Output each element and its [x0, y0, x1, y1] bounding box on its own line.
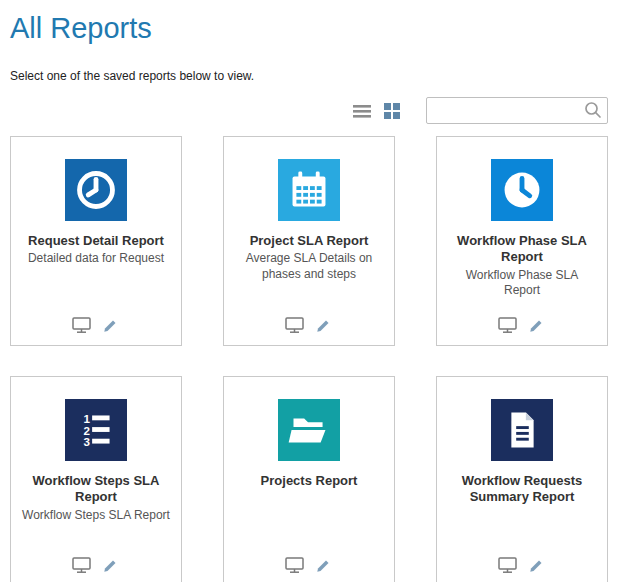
grid-view-icon[interactable]: [382, 101, 402, 121]
folder-icon: [278, 399, 340, 461]
edit-report-icon[interactable]: [314, 557, 333, 574]
edit-report-icon[interactable]: [527, 317, 546, 334]
report-title: Workflow Phase SLA Report: [437, 233, 607, 266]
report-title: Projects Report: [253, 473, 366, 489]
page-title: All Reports: [10, 12, 618, 45]
card-actions: [498, 557, 546, 574]
edit-report-icon[interactable]: [101, 317, 120, 334]
view-report-icon[interactable]: [498, 317, 517, 334]
edit-report-icon[interactable]: [314, 317, 333, 334]
search-input[interactable]: [426, 97, 608, 124]
svg-text:3: 3: [83, 435, 90, 448]
numbered-list-icon: 123: [65, 399, 127, 461]
view-report-icon[interactable]: [285, 317, 304, 334]
edit-report-icon[interactable]: [527, 557, 546, 574]
reports-grid: Request Detail Report Detailed data for …: [10, 136, 618, 582]
report-card-projects[interactable]: Projects Report: [223, 376, 395, 582]
search-box: [426, 97, 608, 124]
card-actions: [72, 317, 120, 334]
report-subtitle: Average SLA Details on phases and steps: [224, 251, 394, 282]
card-actions: [498, 317, 546, 334]
card-actions: [285, 557, 333, 574]
report-card-request-detail[interactable]: Request Detail Report Detailed data for …: [10, 136, 182, 346]
report-title: Request Detail Report: [20, 233, 172, 249]
calendar-icon: [278, 159, 340, 221]
report-card-project-sla[interactable]: Project SLA Report Average SLA Details o…: [223, 136, 395, 346]
toolbar: [10, 97, 608, 124]
report-title: Project SLA Report: [242, 233, 377, 249]
report-title: Workflow Steps SLA Report: [11, 473, 181, 506]
search-icon[interactable]: [583, 100, 603, 120]
report-subtitle: Detailed data for Request: [18, 251, 174, 267]
report-card-workflow-requests-summary[interactable]: Workflow Requests Summary Report: [436, 376, 608, 582]
clock-outline-icon: [65, 159, 127, 221]
list-view-icon[interactable]: [352, 101, 372, 121]
report-subtitle: Workflow Steps SLA Report: [12, 508, 180, 524]
report-subtitle: Workflow Phase SLA Report: [437, 268, 607, 299]
document-icon: [491, 399, 553, 461]
view-report-icon[interactable]: [498, 557, 517, 574]
view-report-icon[interactable]: [72, 557, 91, 574]
edit-report-icon[interactable]: [101, 557, 120, 574]
report-card-workflow-steps-sla[interactable]: 123 Workflow Steps SLA Report Workflow S…: [10, 376, 182, 582]
report-title: Workflow Requests Summary Report: [437, 473, 607, 506]
view-report-icon[interactable]: [285, 557, 304, 574]
clock-solid-icon: [491, 159, 553, 221]
report-card-workflow-phase-sla[interactable]: Workflow Phase SLA Report Workflow Phase…: [436, 136, 608, 346]
page-subtitle: Select one of the saved reports below to…: [10, 69, 618, 83]
all-reports-page: All Reports Select one of the saved repo…: [0, 0, 628, 582]
card-actions: [72, 557, 120, 574]
card-actions: [285, 317, 333, 334]
view-report-icon[interactable]: [72, 317, 91, 334]
